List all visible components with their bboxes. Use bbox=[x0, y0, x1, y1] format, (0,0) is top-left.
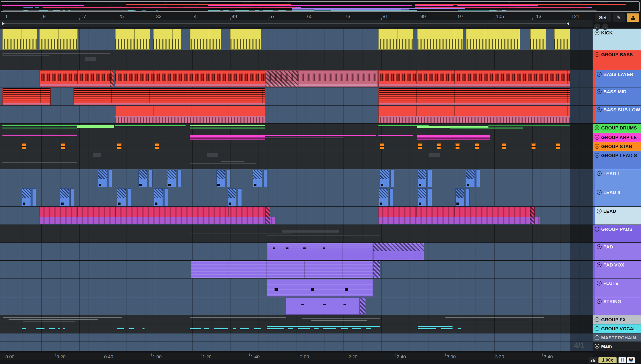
clip[interactable] bbox=[535, 217, 539, 224]
clip[interactable] bbox=[22, 144, 26, 149]
clip[interactable] bbox=[282, 230, 339, 232]
clip[interactable] bbox=[39, 207, 265, 224]
track-header-bass-layer[interactable]: ▼BASS LAYER bbox=[592, 70, 641, 87]
clip[interactable] bbox=[197, 320, 273, 320]
clip[interactable] bbox=[466, 188, 469, 206]
clip[interactable] bbox=[267, 328, 284, 329]
clip[interactable] bbox=[265, 135, 376, 136]
clip[interactable] bbox=[267, 243, 373, 260]
clip[interactable] bbox=[380, 170, 389, 187]
clip[interactable] bbox=[3, 162, 77, 163]
track-lane-group-arp-le[interactable] bbox=[0, 133, 592, 142]
clip[interactable] bbox=[190, 317, 286, 318]
clip[interactable] bbox=[288, 328, 293, 329]
track-lane-lead[interactable] bbox=[0, 207, 592, 224]
clip[interactable] bbox=[455, 188, 464, 206]
arrangement-overview[interactable] bbox=[1, 2, 639, 12]
clip[interactable] bbox=[128, 188, 131, 206]
clip[interactable] bbox=[418, 170, 427, 187]
clip[interactable] bbox=[85, 57, 96, 61]
clip[interactable] bbox=[458, 328, 461, 329]
clip[interactable] bbox=[389, 188, 393, 206]
clip[interactable] bbox=[488, 125, 570, 126]
clip[interactable] bbox=[3, 128, 77, 128]
clip[interactable] bbox=[63, 328, 65, 329]
track-lane-lead-i[interactable] bbox=[0, 169, 592, 188]
clip[interactable] bbox=[49, 328, 55, 329]
clip[interactable] bbox=[276, 238, 353, 238]
track-lane-flute[interactable] bbox=[0, 279, 592, 297]
clip[interactable] bbox=[204, 328, 209, 329]
clip[interactable] bbox=[418, 188, 427, 206]
clip[interactable] bbox=[207, 153, 218, 157]
clip[interactable] bbox=[73, 88, 266, 105]
track-lane-bass-sub-low[interactable] bbox=[0, 106, 592, 123]
track-header-lead-i[interactable]: ▼LEAD I bbox=[592, 169, 641, 188]
clip[interactable] bbox=[298, 70, 377, 87]
clip[interactable] bbox=[190, 134, 265, 140]
clip[interactable] bbox=[352, 328, 361, 329]
clip[interactable] bbox=[4, 317, 122, 318]
clip[interactable] bbox=[58, 328, 60, 329]
clip[interactable] bbox=[429, 153, 440, 157]
clip[interactable] bbox=[39, 70, 110, 87]
clip[interactable] bbox=[238, 188, 242, 206]
clip[interactable] bbox=[155, 144, 159, 149]
clip[interactable] bbox=[267, 279, 373, 296]
clip[interactable] bbox=[115, 70, 265, 87]
clip[interactable] bbox=[360, 298, 366, 315]
clip[interactable] bbox=[149, 170, 153, 187]
clip[interactable] bbox=[267, 326, 380, 326]
clip[interactable] bbox=[22, 328, 26, 329]
time-ruler[interactable]: 0:000:200:401:001:201:402:002:202:403:00… bbox=[0, 353, 592, 360]
clip[interactable] bbox=[214, 328, 228, 329]
beat-time-ruler[interactable]: 191725334149576573818997105113121 bbox=[0, 13, 592, 20]
track-lane-pad[interactable] bbox=[0, 242, 592, 260]
clip[interactable] bbox=[178, 170, 181, 187]
clip[interactable] bbox=[115, 125, 186, 126]
arrangement-start-marker[interactable] bbox=[2, 22, 5, 26]
clip[interactable] bbox=[138, 170, 147, 187]
clip[interactable] bbox=[153, 29, 181, 50]
clip[interactable] bbox=[366, 328, 370, 329]
clip[interactable] bbox=[475, 144, 479, 149]
clip[interactable] bbox=[452, 320, 528, 320]
track-header-pad-vox[interactable]: ▼PAD VOX bbox=[592, 261, 641, 278]
track-header-group-bass[interactable]: ≡GROUP BASS bbox=[592, 50, 641, 70]
clip[interactable] bbox=[556, 144, 560, 149]
track-header-group-lead-s[interactable]: ≡GROUP LEAD S bbox=[592, 151, 641, 169]
clip[interactable] bbox=[417, 29, 463, 50]
clip[interactable] bbox=[32, 188, 36, 206]
clip[interactable] bbox=[264, 170, 267, 187]
clip[interactable] bbox=[115, 106, 265, 123]
clip[interactable] bbox=[167, 170, 176, 187]
clip[interactable] bbox=[154, 188, 163, 206]
clip[interactable] bbox=[9, 319, 98, 320]
clip[interactable] bbox=[3, 125, 77, 126]
clip[interactable] bbox=[22, 188, 31, 206]
clip[interactable] bbox=[554, 29, 570, 50]
clip[interactable] bbox=[190, 125, 265, 126]
track-lane-group-lead-s[interactable] bbox=[0, 151, 592, 169]
track-header-bass-sub-low[interactable]: ▼BASS SUB LOW bbox=[592, 106, 641, 123]
clip[interactable] bbox=[230, 29, 261, 50]
track-header-flute[interactable]: ▼FLUTE bbox=[592, 279, 641, 297]
clip[interactable] bbox=[323, 328, 336, 329]
clip[interactable] bbox=[3, 29, 38, 50]
clip[interactable] bbox=[314, 328, 319, 329]
clip[interactable] bbox=[270, 217, 275, 224]
height-zoom-badge[interactable]: H bbox=[618, 357, 626, 363]
clip[interactable] bbox=[417, 134, 490, 140]
track-header-main[interactable]: ▶Main bbox=[592, 342, 641, 351]
track-lane-group-vocal[interactable] bbox=[0, 324, 592, 333]
back-button[interactable]: ← bbox=[594, 24, 600, 30]
clip[interactable] bbox=[77, 125, 114, 128]
clip[interactable] bbox=[129, 328, 134, 329]
clip[interactable] bbox=[379, 188, 388, 206]
scrub-area[interactable] bbox=[0, 20, 592, 27]
clip[interactable] bbox=[110, 70, 114, 87]
track-lane-group-fx[interactable] bbox=[0, 316, 592, 324]
clip[interactable] bbox=[216, 170, 225, 187]
clip[interactable] bbox=[428, 170, 432, 187]
track-lane-bass-mid[interactable] bbox=[0, 88, 592, 105]
